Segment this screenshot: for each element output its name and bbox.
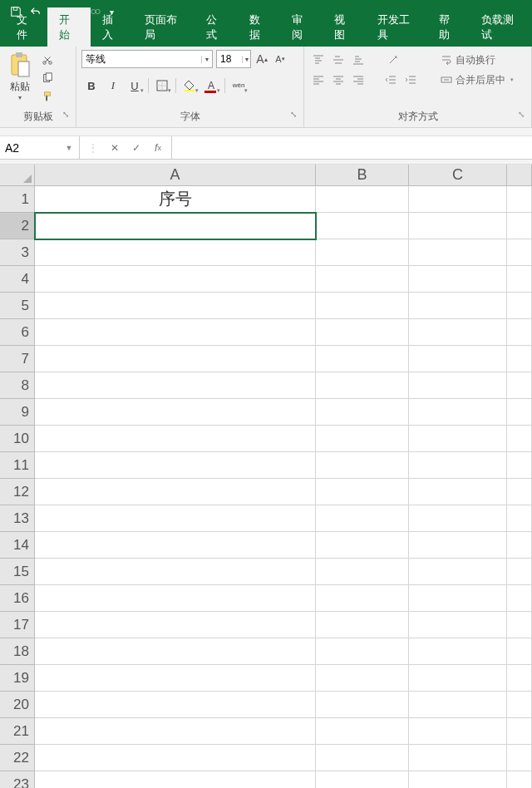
format-painter-icon[interactable] [38, 88, 57, 105]
row-header[interactable]: 16 [0, 585, 35, 612]
row-header[interactable]: 1 [0, 186, 35, 213]
cell[interactable] [35, 213, 316, 239]
phonetic-guide-button[interactable]: wén [229, 76, 249, 95]
col-header[interactable]: B [316, 165, 409, 186]
formula-input[interactable] [172, 136, 532, 159]
wrap-text-button[interactable]: 自动换行 [437, 52, 517, 68]
row-header[interactable]: 18 [0, 638, 35, 665]
cell[interactable] [35, 266, 316, 293]
select-all-corner[interactable] [0, 165, 35, 186]
cut-icon[interactable] [38, 52, 57, 68]
cell[interactable] [507, 372, 532, 399]
cell[interactable] [35, 718, 316, 745]
row-header[interactable]: 14 [0, 532, 35, 559]
font-size-dropdown-icon[interactable]: ▾ [242, 56, 250, 63]
paste-button[interactable]: 粘贴 ▾ [5, 50, 35, 101]
enter-icon[interactable]: ✓ [126, 138, 146, 158]
tab-loadtest[interactable]: 负载测试 [470, 7, 532, 47]
merge-center-button[interactable]: 合并后居中▾ [437, 71, 517, 88]
cell[interactable] [507, 665, 532, 692]
cell[interactable] [409, 452, 507, 479]
row-header[interactable]: 12 [0, 479, 35, 505]
row-header[interactable]: 3 [0, 239, 35, 266]
row-header[interactable]: 11 [0, 452, 35, 479]
row-header[interactable]: 13 [0, 505, 35, 532]
cell[interactable] [35, 293, 316, 319]
orientation-button[interactable] [382, 52, 405, 68]
row-header[interactable]: 23 [0, 771, 35, 788]
cell[interactable] [507, 239, 532, 266]
cell[interactable] [35, 612, 316, 638]
row-header[interactable]: 2 [0, 213, 35, 239]
col-header[interactable] [507, 165, 532, 186]
cell[interactable] [316, 452, 409, 479]
cell[interactable] [507, 346, 532, 372]
tab-home[interactable]: 开始 [47, 7, 90, 47]
cell[interactable] [507, 505, 532, 532]
align-top-icon[interactable] [309, 52, 328, 68]
cell[interactable] [409, 638, 507, 665]
cell[interactable] [316, 319, 409, 346]
tab-formula[interactable]: 公式 [195, 7, 237, 47]
align-middle-icon[interactable] [329, 52, 347, 68]
cell[interactable] [35, 426, 316, 452]
row-header[interactable]: 4 [0, 266, 35, 293]
row-header[interactable]: 7 [0, 346, 35, 372]
cell[interactable] [316, 745, 409, 771]
cell[interactable] [35, 771, 316, 788]
font-color-button[interactable]: A [201, 76, 221, 95]
cell[interactable] [316, 585, 409, 612]
cell[interactable] [316, 638, 409, 665]
decrease-font-icon[interactable]: A▾ [273, 51, 288, 67]
row-header[interactable]: 8 [0, 372, 35, 399]
cell[interactable] [35, 372, 316, 399]
row-header[interactable]: 17 [0, 612, 35, 638]
cell[interactable] [316, 213, 409, 239]
cell[interactable] [316, 771, 409, 788]
cell[interactable] [409, 745, 507, 771]
cell[interactable] [409, 479, 507, 505]
cell[interactable] [507, 559, 532, 585]
cell[interactable] [507, 426, 532, 452]
borders-button[interactable] [152, 76, 172, 95]
cell[interactable] [507, 692, 532, 718]
tab-insert[interactable]: 插入 [91, 7, 133, 47]
cell[interactable] [409, 186, 507, 213]
row-header[interactable]: 19 [0, 665, 35, 692]
cell[interactable] [35, 638, 316, 665]
tab-review[interactable]: 审阅 [280, 7, 323, 47]
cell[interactable] [409, 771, 507, 788]
cell[interactable] [316, 372, 409, 399]
cell[interactable] [316, 293, 409, 319]
cell[interactable] [507, 399, 532, 426]
cell[interactable] [507, 745, 532, 771]
name-box[interactable]: ▼ [0, 136, 80, 159]
cell[interactable]: 序号 [35, 186, 316, 213]
align-center-icon[interactable] [329, 71, 347, 88]
cell[interactable] [35, 532, 316, 559]
tab-view[interactable]: 视图 [323, 7, 365, 47]
cell[interactable] [316, 479, 409, 505]
cell[interactable] [316, 505, 409, 532]
cell[interactable] [507, 186, 532, 213]
cell[interactable] [316, 346, 409, 372]
cell[interactable] [35, 585, 316, 612]
cell[interactable] [409, 319, 507, 346]
cell[interactable] [507, 771, 532, 788]
font-size-input[interactable] [217, 53, 242, 65]
cell[interactable] [409, 426, 507, 452]
cell[interactable] [409, 665, 507, 692]
cell[interactable] [507, 612, 532, 638]
font-size-combo[interactable]: ▾ [216, 50, 251, 68]
cell[interactable] [409, 718, 507, 745]
row-header[interactable]: 20 [0, 692, 35, 718]
cell[interactable] [316, 559, 409, 585]
cell[interactable] [507, 452, 532, 479]
tab-file[interactable]: 文件 [5, 7, 47, 47]
cell[interactable] [507, 479, 532, 505]
cell[interactable] [35, 745, 316, 771]
cell[interactable] [35, 665, 316, 692]
cell[interactable] [507, 585, 532, 612]
col-header[interactable]: C [409, 165, 507, 186]
row-header[interactable]: 9 [0, 399, 35, 426]
